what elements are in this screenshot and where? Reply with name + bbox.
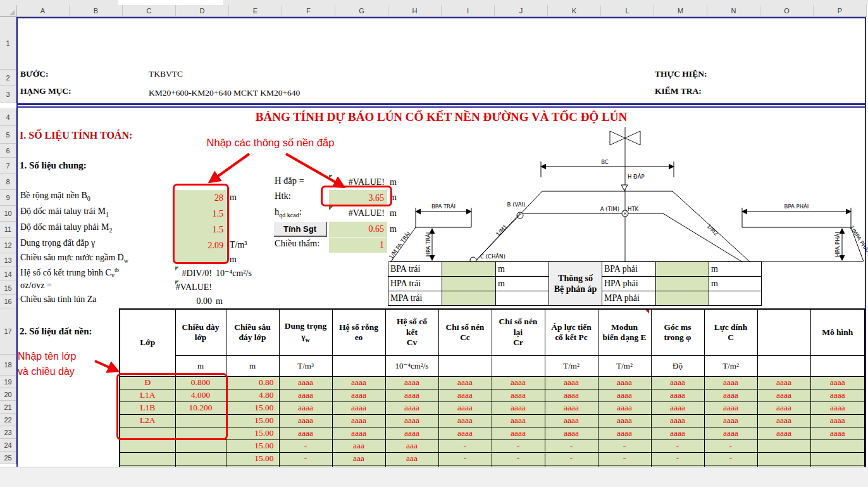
row-header-19[interactable]: 19 — [0, 376, 16, 388]
berm-label[interactable]: MPA trái — [388, 291, 442, 306]
soil-data-cell[interactable] — [810, 452, 865, 465]
soil-data-cell[interactable]: aaa — [332, 440, 385, 452]
berm-label[interactable]: BPA trái — [388, 262, 442, 277]
soil-data-cell[interactable]: - — [704, 440, 757, 452]
soil-data-cell[interactable]: aaaa — [651, 376, 704, 389]
soil-data-cell[interactable]: - — [598, 440, 651, 452]
soil-unit-cell[interactable] — [438, 355, 492, 376]
soil-col-header[interactable] — [757, 309, 810, 355]
soil-data-cell[interactable]: aaaa — [757, 402, 810, 414]
soil-data-cell[interactable] — [120, 440, 175, 452]
soil-data-cell[interactable]: aaaa — [545, 414, 598, 427]
soil-unit-cell[interactable]: T/m² — [598, 355, 651, 376]
soil-data-cell[interactable]: aaaa — [545, 389, 598, 402]
column-header-B[interactable]: B — [70, 5, 123, 17]
column-header-F[interactable]: F — [282, 5, 335, 17]
soil-data-cell[interactable]: aaaa — [492, 402, 545, 414]
soil-data-cell[interactable]: aaaa — [438, 376, 492, 389]
soil-data-cell[interactable]: aaaa — [438, 402, 492, 414]
row-header-9[interactable]: 9 — [0, 190, 16, 206]
soil-data-cell[interactable]: aaaa — [332, 427, 385, 440]
soil-col-header[interactable]: Áp lực tiến cố kết Pc — [545, 309, 598, 355]
cell-cv-tb[interactable]: #DIV/0! — [152, 267, 212, 281]
berm-input-cell[interactable] — [656, 291, 709, 306]
soil-data-cell[interactable]: aaaa — [810, 414, 865, 427]
soil-unit-cell[interactable] — [757, 355, 810, 376]
soil-data-cell[interactable]: aaaa — [757, 389, 810, 402]
row-header-22[interactable]: 22 — [0, 414, 16, 426]
soil-unit-cell[interactable] — [492, 355, 545, 376]
berm-input-cell[interactable] — [442, 277, 496, 291]
soil-data-cell[interactable]: aaaa — [279, 427, 332, 440]
soil-data-cell[interactable]: aaaa — [385, 427, 438, 440]
soil-data-cell[interactable]: aaaa — [385, 376, 438, 389]
row-header-7[interactable]: 7 — [0, 158, 16, 174]
soil-col-header[interactable]: Chiều dày lớp — [175, 309, 226, 355]
column-header-D[interactable]: D — [176, 5, 229, 17]
row-header-3[interactable]: 3 — [0, 86, 16, 103]
row-header-17[interactable]: 17 — [0, 308, 16, 355]
row-header-1[interactable]: 1 — [0, 17, 16, 70]
soil-data-cell[interactable]: aaaa — [757, 427, 810, 440]
berm-label[interactable]: BPA phải — [602, 262, 656, 277]
soil-data-cell[interactable] — [757, 452, 810, 465]
berm-label[interactable]: HPA phải — [602, 277, 656, 291]
item-value[interactable]: KM20+600-KM20+640 MCKT KM20+640 — [149, 88, 300, 98]
soil-data-cell[interactable] — [757, 440, 810, 452]
berm-unit[interactable] — [709, 291, 762, 306]
soil-col-header[interactable]: Modun biến dạng E — [598, 309, 651, 355]
soil-data-cell[interactable]: aaaa — [757, 414, 810, 427]
row-header-12[interactable]: 12 — [0, 237, 16, 253]
soil-col-header[interactable]: Mô hình — [810, 309, 865, 355]
soil-unit-cell[interactable]: T/m² — [704, 355, 757, 376]
column-header-G[interactable]: G — [335, 5, 388, 17]
soil-data-cell[interactable]: aaaa — [598, 427, 651, 440]
soil-data-cell[interactable]: - — [651, 452, 704, 465]
berm-unit[interactable]: m — [496, 262, 549, 277]
column-header-A[interactable]: A — [16, 5, 70, 17]
tinh-sgt-button[interactable]: Tính Sgt — [273, 222, 326, 236]
berm-unit[interactable]: m — [496, 277, 549, 291]
soil-col-header[interactable]: Chiều sâu đáy lớp — [226, 309, 279, 355]
soil-data-cell[interactable] — [120, 452, 175, 465]
soil-data-cell[interactable]: aaaa — [810, 402, 865, 414]
row-header-13[interactable]: 13 — [0, 253, 16, 267]
soil-data-cell[interactable]: aaaa — [704, 376, 757, 389]
soil-col-header[interactable]: Chỉ số nén lại Cr — [492, 309, 545, 355]
soil-data-cell[interactable]: - — [704, 452, 757, 465]
soil-unit-cell[interactable] — [332, 355, 385, 376]
row-header-16[interactable]: 16 — [0, 295, 16, 308]
soil-data-cell[interactable]: aaaa — [704, 427, 757, 440]
soil-data-cell[interactable]: aaaa — [492, 414, 545, 427]
soil-data-cell[interactable]: aaa — [385, 440, 438, 452]
soil-data-cell[interactable]: aaaa — [385, 402, 438, 414]
soil-data-cell[interactable]: aaaa — [651, 414, 704, 427]
soil-data-cell[interactable]: aaaa — [438, 389, 492, 402]
soil-data-cell[interactable]: aaaa — [279, 376, 332, 389]
row-header-25[interactable]: 25 — [0, 452, 16, 464]
row-header-8[interactable]: 8 — [0, 174, 16, 190]
soil-data-cell[interactable]: aaaa — [598, 389, 651, 402]
soil-data-cell[interactable]: aaaa — [810, 389, 865, 402]
column-header-C[interactable]: C — [123, 5, 176, 17]
soil-data-cell[interactable]: - — [545, 440, 598, 452]
soil-data-cell[interactable]: aaaa — [438, 427, 492, 440]
column-header-L[interactable]: L — [601, 5, 654, 17]
soil-data-cell[interactable]: - — [492, 440, 545, 452]
soil-data-cell[interactable]: 15.00 — [226, 402, 279, 414]
soil-data-cell[interactable]: aaaa — [332, 389, 385, 402]
soil-data-cell[interactable]: - — [545, 452, 598, 465]
soil-data-cell[interactable]: aaaa — [704, 402, 757, 414]
soil-data-cell[interactable]: aaaa — [545, 427, 598, 440]
soil-data-cell[interactable]: 15.00 — [226, 440, 279, 452]
soil-data-cell[interactable] — [175, 440, 226, 452]
soil-data-cell[interactable]: aaaa — [810, 376, 865, 389]
soil-data-cell[interactable]: aaaa — [385, 414, 438, 427]
column-header-P[interactable]: P — [814, 5, 867, 17]
column-header-J[interactable]: J — [495, 5, 548, 17]
soil-data-cell[interactable]: aaaa — [332, 376, 385, 389]
soil-data-cell[interactable]: aaaa — [385, 389, 438, 402]
row-header-5[interactable]: 5 — [0, 126, 16, 144]
soil-data-cell[interactable]: aaaa — [704, 389, 757, 402]
step-value[interactable]: TKBVTC — [149, 69, 183, 79]
